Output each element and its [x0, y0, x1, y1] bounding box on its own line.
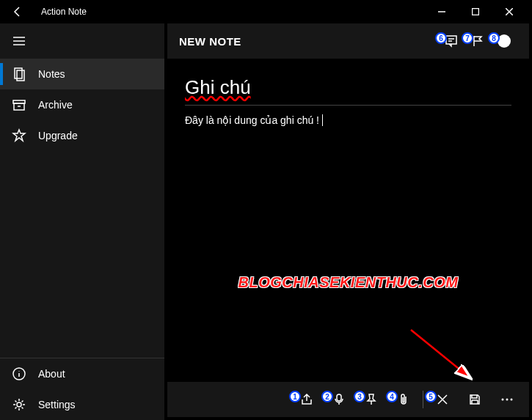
attach-button[interactable]: 4: [387, 383, 420, 416]
paperclip-icon: [397, 393, 410, 406]
gear-icon: [12, 397, 26, 412]
maximize-button[interactable]: [459, 0, 492, 23]
watermark: BLOGCHIASEKIENTHUC.COM: [238, 274, 459, 291]
svg-point-9: [502, 399, 504, 401]
voice-button[interactable]: 2: [323, 383, 355, 416]
close-button[interactable]: [492, 0, 526, 23]
svg-rect-0: [473, 9, 479, 15]
flag-button[interactable]: 7: [464, 28, 491, 54]
svg-point-6: [17, 402, 21, 407]
color-button[interactable]: 8: [491, 28, 517, 54]
save-button[interactable]: [459, 383, 491, 416]
save-icon: [468, 393, 481, 406]
badge-5: 5: [425, 391, 437, 402]
sidebar-item-label: Settings: [38, 399, 76, 410]
note-title-field[interactable]: Ghi chú: [185, 76, 511, 106]
sidebar-item-about[interactable]: About: [0, 358, 164, 389]
badge-8: 8: [488, 32, 500, 44]
note-preview-button[interactable]: 6: [438, 28, 464, 54]
svg-point-11: [511, 399, 513, 401]
badge-2: 2: [321, 391, 333, 402]
badge-7: 7: [462, 32, 473, 44]
pin-icon: [365, 393, 378, 406]
hamburger-menu[interactable]: [0, 23, 164, 59]
badge-1: 1: [289, 391, 301, 402]
badge-6: 6: [435, 32, 447, 44]
sidebar-item-label: Notes: [38, 68, 65, 80]
sidebar-item-label: Archive: [38, 99, 73, 111]
sidebar-item-upgrade[interactable]: Upgrade: [0, 120, 164, 151]
sidebar-item-notes[interactable]: Notes: [0, 59, 164, 89]
sidebar: Notes Archive Upgrade About: [0, 23, 164, 420]
back-button[interactable]: [6, 0, 29, 23]
minimize-button[interactable]: [425, 0, 459, 23]
svg-rect-2: [17, 70, 24, 81]
info-icon: [12, 366, 26, 381]
svg-rect-1: [15, 68, 22, 78]
bottom-toolbar: 1 2 3 4 5: [167, 382, 529, 417]
star-icon: [12, 128, 26, 143]
svg-point-10: [506, 399, 509, 401]
main-content: NEW NOTE 6 7 8 Ghi chú Đây là nội dung c…: [164, 23, 532, 420]
sidebar-item-label: Upgrade: [38, 130, 78, 141]
titlebar: Action Note: [0, 0, 532, 23]
app-title: Action Note: [41, 7, 87, 17]
note-content-field[interactable]: Đây là nội dung của ghi chú !: [185, 114, 511, 126]
page-title: NEW NOTE: [179, 35, 241, 48]
notes-icon: [12, 67, 26, 81]
more-button[interactable]: [491, 383, 523, 416]
share-icon: [300, 393, 313, 406]
close-icon: [436, 393, 449, 406]
toolbar-divider: [423, 391, 423, 408]
note-editor[interactable]: Ghi chú Đây là nội dung của ghi chú ! BL…: [167, 62, 529, 379]
mic-icon: [332, 393, 346, 406]
cancel-button[interactable]: 5: [426, 383, 459, 416]
badge-3: 3: [354, 391, 365, 402]
archive-icon: [12, 97, 26, 112]
sidebar-item-archive[interactable]: Archive: [0, 89, 164, 120]
badge-4: 4: [386, 391, 398, 402]
svg-rect-8: [337, 394, 341, 401]
top-toolbar: NEW NOTE 6 7 8: [167, 23, 529, 59]
more-icon: [500, 393, 514, 406]
sidebar-item-label: About: [38, 368, 65, 380]
share-button[interactable]: 1: [291, 383, 323, 416]
pin-button[interactable]: 3: [355, 383, 387, 416]
svg-rect-7: [446, 36, 456, 44]
sidebar-item-settings[interactable]: Settings: [0, 389, 164, 420]
